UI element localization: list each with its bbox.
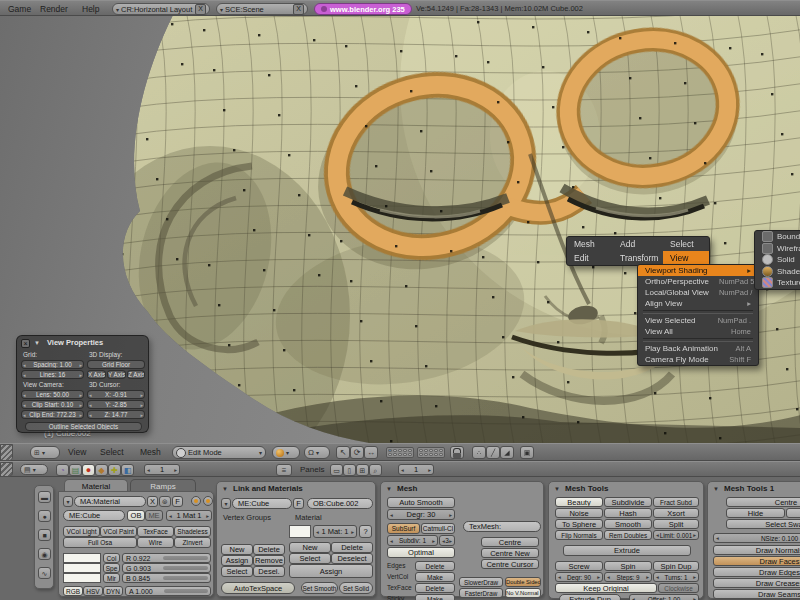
vgroup-delete-button[interactable]: Delete <box>253 544 285 555</box>
menu-help[interactable]: Help <box>82 1 99 17</box>
fake-user-button[interactable]: F <box>172 496 183 507</box>
edge-select-toggle[interactable]: ╱ <box>486 446 500 459</box>
texface-toggle[interactable]: TexFace <box>137 526 174 537</box>
sticky-make-button[interactable]: Make <box>415 594 455 600</box>
panel-free-icon[interactable]: ⊞ <box>356 464 369 476</box>
script-context-icon[interactable]: ▤ <box>69 464 82 476</box>
material-new-button[interactable]: New <box>289 542 331 553</box>
draw-normals-toggle[interactable]: Draw Normals <box>713 545 800 555</box>
cursor-x-field[interactable]: X: -0.91 <box>87 390 145 399</box>
draw-mode-dropdown[interactable]: ▾ <box>272 446 300 459</box>
submenu-wireframe[interactable]: Wireframe <box>755 243 800 255</box>
split-button[interactable]: Split <box>653 519 699 529</box>
object-context-icon[interactable]: ◆ <box>95 464 108 476</box>
nodes-icon[interactable] <box>191 496 201 506</box>
viewport-menu-select[interactable]: Select <box>100 447 124 457</box>
subsurf-type-dropdown[interactable]: Catmull-Cl <box>421 523 455 534</box>
toolbox-edit[interactable]: Edit <box>567 251 613 265</box>
autotexspace-toggle[interactable]: AutoTexSpace <box>221 582 295 594</box>
preview-monkey-icon[interactable]: ◉ <box>38 548 51 560</box>
preview-sphere-icon[interactable]: ● <box>38 510 51 522</box>
area-split-handle[interactable] <box>0 444 13 461</box>
menu-item-playback-animation[interactable]: Play Back AnimationAlt A <box>638 343 758 354</box>
set-smooth-button[interactable]: Set Smooth <box>301 582 338 594</box>
material-assign-button[interactable]: Assign <box>289 564 373 578</box>
render-subdiv-stepper[interactable]: 3 <box>439 535 455 546</box>
beauty-toggle[interactable]: Beauty <box>555 497 603 507</box>
dyn-toggle[interactable]: DYN <box>103 586 123 596</box>
layer-buttons-left[interactable] <box>386 447 414 458</box>
grid-floor-toggle[interactable]: Grid Floor <box>87 360 145 369</box>
draw-faces-toggle[interactable]: Draw Faces <box>713 556 800 566</box>
logic-context-icon[interactable]: ◔ <box>56 464 69 476</box>
extrude-button[interactable]: Extrude <box>563 545 691 556</box>
close-icon[interactable]: × <box>21 339 30 348</box>
panel-horizontal-icon[interactable]: ▭ <box>330 464 343 476</box>
flip-normals-button[interactable]: Flip Normals <box>555 530 603 540</box>
manipulator-translate-toggle[interactable]: ↖ <box>336 446 350 459</box>
no-vnormal-flip-toggle[interactable]: No V.Normal Flip <box>505 588 541 598</box>
limit-stepper[interactable]: Limit: 0.001 <box>653 530 699 540</box>
panel-title[interactable]: Mesh Tools 1 <box>708 482 800 495</box>
z-axis-toggle[interactable]: Z Axis <box>127 370 145 379</box>
menu-item-local-global-view[interactable]: Local/Global ViewNumPad / <box>638 287 758 298</box>
area-split-handle[interactable] <box>0 462 13 477</box>
col-button[interactable]: Col <box>103 553 120 563</box>
specular-color-swatch[interactable] <box>63 563 101 573</box>
menu-item-camera-fly-mode[interactable]: Camera Fly ModeShift F <box>638 354 758 365</box>
hide-button[interactable]: Hide <box>726 508 785 518</box>
wire-toggle[interactable]: Wire <box>137 537 174 548</box>
manipulator-rotate-toggle[interactable]: ⟳ <box>350 446 364 459</box>
shading-context-icon[interactable]: ● <box>82 464 95 476</box>
occlude-geometry-toggle[interactable]: ▣ <box>520 446 534 459</box>
material-name-field[interactable]: MA:Material <box>74 496 146 507</box>
material-color-swatch[interactable] <box>289 525 311 538</box>
texmesh-field[interactable]: TexMesh: <box>463 521 541 532</box>
fasterdraw-button[interactable]: FasterDraw <box>459 588 503 598</box>
zinvert-toggle[interactable]: ZInvert <box>174 537 211 548</box>
context-page-stepper[interactable]: 1 <box>144 464 180 475</box>
viewport-menu-mesh[interactable]: Mesh <box>140 447 161 457</box>
centre-button[interactable]: Centre <box>726 497 800 507</box>
hsv-toggle[interactable]: HSV <box>83 586 103 596</box>
rem-doubles-button[interactable]: Rem Doubles <box>604 530 652 540</box>
cursor-z-field[interactable]: Z: 14.77 <box>87 410 145 419</box>
subdiv-stepper[interactable]: Subdiv: 1 <box>387 535 438 546</box>
auto-name-icon[interactable]: ⊜ <box>159 496 171 507</box>
extrude-dup-button[interactable]: Extrude Dup <box>559 594 621 600</box>
cursor-y-field[interactable]: Y: -2.85 <box>87 400 145 409</box>
pin-icon[interactable] <box>203 496 213 506</box>
vgroup-remove-button[interactable]: Remove <box>253 555 285 566</box>
keep-original-toggle[interactable]: Keep Original <box>555 583 657 593</box>
material-delete-button[interactable]: Delete <box>331 542 373 553</box>
material-deselect-button[interactable]: Deselect <box>331 553 373 564</box>
reveal-button[interactable]: Reveal <box>786 508 800 518</box>
vgroup-select-button[interactable]: Select <box>221 566 253 577</box>
grid-spacing-field[interactable]: Spacing: 1.00 <box>21 360 84 369</box>
screw-button[interactable]: Screw <box>555 561 603 571</box>
submenu-textured[interactable]: Textured <box>755 277 800 289</box>
offset-stepper[interactable]: Offset: 1.00 <box>629 594 699 600</box>
mode-dropdown[interactable]: Edit Mode ▾ <box>172 446 266 459</box>
layer-buttons-right[interactable] <box>417 447 445 458</box>
panel-align-icon[interactable]: ≡ <box>276 464 292 476</box>
preview-flat-icon[interactable]: ▬ <box>38 491 51 503</box>
delete-material-button[interactable]: X <box>147 496 158 507</box>
mesh-link-field[interactable]: ME:Cube <box>63 510 125 521</box>
spin-button[interactable]: Spin <box>604 561 652 571</box>
degr-stepper[interactable]: Degr: 30 <box>387 509 455 520</box>
lens-field[interactable]: Lens: 50.00 <box>21 390 84 399</box>
vertex-select-toggle[interactable]: ∴ <box>472 446 486 459</box>
menu-item-ortho-perspective[interactable]: Ortho/PerspectiveNumPad 5 <box>638 276 758 287</box>
help-button[interactable]: ? <box>359 525 372 538</box>
mesh-name-field[interactable]: ME:Cube <box>232 498 292 509</box>
panels-dropdown[interactable]: Panels <box>300 465 324 474</box>
menu-game[interactable]: Game <box>8 1 31 17</box>
vcol-light-toggle[interactable]: VCol Light <box>63 526 100 537</box>
vcol-paint-toggle[interactable]: VCol Paint <box>100 526 137 537</box>
toolbox-select[interactable]: Select <box>663 237 709 251</box>
y-axis-toggle[interactable]: Y Axis <box>107 370 126 379</box>
draw-seams-toggle[interactable]: Draw Seams <box>713 589 800 599</box>
draw-edges-toggle[interactable]: Draw Edges <box>713 567 800 577</box>
vertcol-make-button[interactable]: Make <box>415 572 455 582</box>
